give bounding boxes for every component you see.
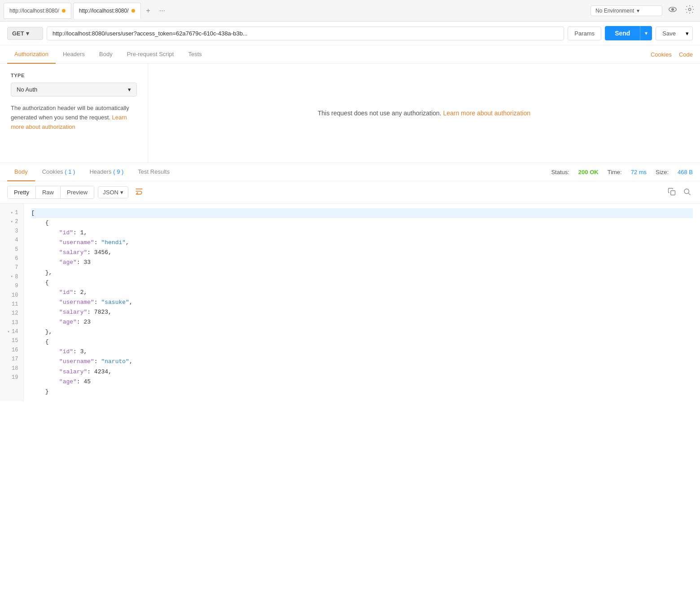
search-response-button[interactable] <box>681 186 693 199</box>
save-dropdown-button[interactable]: ▾ <box>682 26 693 40</box>
request-bar: GET ▾ Params Send ▾ Save ▾ <box>0 22 700 45</box>
auth-section: TYPE No Auth ▾ The authorization header … <box>0 64 700 163</box>
request-tabs: Authorization Headers Body Pre-request S… <box>0 45 700 64</box>
resp-tab-headers-label: Headers <box>89 168 111 175</box>
resp-tab-headers-count: 9 <box>117 168 120 175</box>
resp-tab-headers[interactable]: Headers ( 9 ) <box>82 163 131 181</box>
tab-prerequest[interactable]: Pre-request Script <box>120 45 181 64</box>
auth-right-link[interactable]: Learn more about authorization <box>443 110 530 117</box>
tab-1[interactable]: http://localhost:8080/ <box>4 3 71 19</box>
method-chevron-icon: ▾ <box>26 30 29 37</box>
send-group: Send ▾ <box>605 26 652 40</box>
tab-2[interactable]: http://localhost:8080/ <box>73 3 141 19</box>
json-line-9: "id": 2, <box>31 288 693 298</box>
resp-tab-body[interactable]: Body <box>7 163 35 181</box>
save-button[interactable]: Save <box>656 26 682 40</box>
auth-description-text: The authorization header will be automat… <box>11 105 129 121</box>
auth-type-selector[interactable]: No Auth ▾ <box>11 83 137 96</box>
svg-line-6 <box>688 193 690 195</box>
size-value: 468 B <box>678 169 693 175</box>
json-type-selector[interactable]: JSON ▾ <box>98 186 128 198</box>
line-num-15: 15 <box>4 336 20 345</box>
code-link[interactable]: Code <box>679 51 693 58</box>
line-num-17: 17 <box>4 355 20 364</box>
response-actions <box>666 186 693 199</box>
size-label: Size: <box>656 169 669 175</box>
save-chevron-icon: ▾ <box>686 30 689 37</box>
tab-authorization[interactable]: Authorization <box>7 45 56 64</box>
tab-body[interactable]: Body <box>92 45 120 64</box>
line-num-13: 13 <box>4 318 20 327</box>
status-label: Status: <box>551 169 569 175</box>
fold-14[interactable]: ▾ <box>7 328 10 336</box>
json-line-18: "age": 45 <box>31 377 693 387</box>
resp-tab-cookies[interactable]: Cookies ( 1 ) <box>35 163 83 181</box>
json-line-2: { <box>31 218 693 228</box>
fold-1[interactable]: ▾ <box>10 209 13 217</box>
json-content: [ { "id": 1, "username": "hendi", "salar… <box>24 204 700 401</box>
svg-rect-4 <box>671 190 675 195</box>
send-dropdown-button[interactable]: ▾ <box>640 26 652 40</box>
resp-tab-cookies-badge: ( <box>65 168 66 175</box>
line-num-18: 18 <box>4 364 20 373</box>
json-line-3: "id": 1, <box>31 228 693 238</box>
send-button[interactable]: Send <box>605 26 640 40</box>
format-preview-button[interactable]: Preview <box>61 186 94 198</box>
cookies-link[interactable]: Cookies <box>651 51 672 58</box>
json-chevron-icon: ▾ <box>120 189 123 196</box>
method-selector[interactable]: GET ▾ <box>7 27 43 40</box>
resp-tab-test-results[interactable]: Test Results <box>131 163 177 181</box>
auth-type-chevron-icon: ▾ <box>128 86 131 93</box>
tab-tests[interactable]: Tests <box>181 45 209 64</box>
eye-icon <box>668 7 678 16</box>
line-num-3: 3 <box>4 227 20 236</box>
more-tabs-button[interactable]: ··· <box>156 5 169 17</box>
gear-icon <box>685 7 695 16</box>
svg-point-5 <box>684 189 689 194</box>
time-label: Time: <box>608 169 622 175</box>
eye-button[interactable] <box>666 3 679 18</box>
line-num-8: ▾8 <box>4 272 20 281</box>
tab-right-controls: No Environment ▾ <box>591 3 696 18</box>
line-num-4: 4 <box>4 236 20 245</box>
line-numbers: ▾1 ▾2 3 4 5 6 7 ▾8 9 10 11 12 13 ▾14 15 … <box>0 204 24 401</box>
tab-1-label: http://localhost:8080/ <box>9 8 59 14</box>
json-line-10: "username": "sasuke", <box>31 298 693 307</box>
json-line-16: "username": "naruto", <box>31 357 693 367</box>
resp-tab-body-label: Body <box>14 168 28 175</box>
params-button[interactable]: Params <box>568 26 601 40</box>
json-viewer: ▾1 ▾2 3 4 5 6 7 ▾8 9 10 11 12 13 ▾14 15 … <box>0 204 700 401</box>
req-tab-right: Cookies Code <box>651 51 693 58</box>
response-tabs: Body Cookies ( 1 ) Headers ( 9 ) Test Re… <box>0 163 700 181</box>
tab-body-label: Body <box>99 51 113 57</box>
json-line-7: }, <box>31 268 693 278</box>
copy-response-button[interactable] <box>666 186 678 199</box>
format-pretty-button[interactable]: Pretty <box>8 186 36 198</box>
line-num-14: ▾14 <box>4 327 20 336</box>
auth-description: The authorization header will be automat… <box>11 104 137 132</box>
gear-button[interactable] <box>683 3 696 18</box>
send-chevron-icon: ▾ <box>645 30 648 36</box>
json-line-4: "username": "hendi", <box>31 238 693 248</box>
line-num-16: 16 <box>4 346 20 355</box>
svg-point-2 <box>688 8 691 11</box>
json-line-11: "salary": 7823, <box>31 307 693 317</box>
json-line-14: { <box>31 337 693 347</box>
format-raw-button[interactable]: Raw <box>36 186 61 198</box>
tab-headers[interactable]: Headers <box>56 45 92 64</box>
line-num-7: 7 <box>4 263 20 272</box>
fold-2[interactable]: ▾ <box>10 218 13 226</box>
line-num-2: ▾2 <box>4 217 20 226</box>
auth-left-panel: TYPE No Auth ▾ The authorization header … <box>0 64 148 162</box>
search-icon <box>683 189 691 197</box>
copy-icon <box>668 189 676 197</box>
save-group: Save ▾ <box>656 26 693 40</box>
url-input[interactable] <box>47 26 564 40</box>
fold-8[interactable]: ▾ <box>10 273 13 281</box>
svg-point-1 <box>672 9 674 11</box>
wrap-button[interactable] <box>132 185 146 200</box>
environment-selector[interactable]: No Environment ▾ <box>591 5 662 16</box>
add-tab-button[interactable]: + <box>143 5 154 17</box>
tab-1-dot <box>62 9 66 13</box>
method-label: GET <box>12 30 24 37</box>
